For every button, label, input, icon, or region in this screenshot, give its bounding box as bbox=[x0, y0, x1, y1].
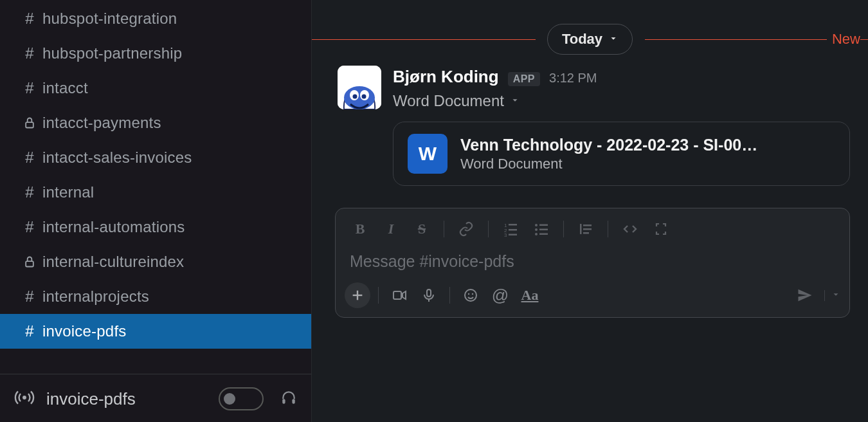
svg-text:3: 3 bbox=[504, 232, 507, 237]
message-body: Bjørn Koding APP 3:12 PM Word Document W… bbox=[393, 66, 850, 186]
svg-point-9 bbox=[353, 95, 357, 99]
microphone-button[interactable] bbox=[416, 284, 442, 307]
composer-action-row: @ Aa bbox=[336, 277, 849, 317]
svg-point-2 bbox=[23, 396, 26, 399]
channel-intacct-payments[interactable]: intacct-payments bbox=[0, 106, 311, 140]
hash-icon: # bbox=[17, 44, 42, 62]
caret-down-icon bbox=[511, 96, 520, 107]
hash-icon: # bbox=[17, 149, 42, 167]
svg-rect-26 bbox=[583, 232, 589, 234]
code-button[interactable] bbox=[617, 217, 643, 241]
date-divider: Today New bbox=[312, 21, 868, 58]
channel-label: internalprojects bbox=[42, 288, 149, 306]
svg-rect-20 bbox=[539, 229, 548, 231]
channel-label: intacct-payments bbox=[42, 114, 161, 132]
message-header: Bjørn Koding APP 3:12 PM bbox=[393, 67, 850, 87]
channel-internalprojects[interactable]: # internalprojects bbox=[0, 279, 311, 314]
blockquote-button[interactable] bbox=[573, 217, 599, 241]
bold-button[interactable]: B bbox=[347, 217, 373, 241]
message-composer: B I S 123 bbox=[335, 208, 850, 318]
svg-rect-16 bbox=[509, 234, 517, 236]
separator bbox=[378, 287, 379, 304]
format-toggle-button[interactable]: Aa bbox=[517, 284, 543, 307]
hash-icon: # bbox=[17, 79, 42, 97]
svg-marker-30 bbox=[402, 291, 406, 299]
svg-rect-12 bbox=[509, 224, 517, 226]
svg-rect-25 bbox=[583, 228, 592, 230]
mention-button[interactable]: @ bbox=[487, 284, 513, 307]
svg-rect-1 bbox=[26, 261, 33, 266]
svg-rect-22 bbox=[539, 234, 548, 235]
channel-label: internal-automations bbox=[42, 218, 185, 236]
channel-label: hubspot-integration bbox=[42, 10, 177, 28]
chevron-down-icon bbox=[609, 34, 618, 45]
bullet-list-button[interactable] bbox=[529, 217, 554, 241]
svg-rect-23 bbox=[580, 224, 582, 234]
separator bbox=[488, 221, 489, 237]
channel-invoice-pdfs[interactable]: # invoice-pdfs bbox=[0, 314, 311, 349]
message-author[interactable]: Bjørn Koding bbox=[393, 67, 499, 87]
hash-icon: # bbox=[17, 322, 42, 340]
hash-icon: # bbox=[17, 288, 42, 306]
new-messages-label: New bbox=[827, 31, 860, 48]
huddle-toggle[interactable] bbox=[219, 387, 264, 410]
attachment-type-label: Word Document bbox=[393, 92, 504, 110]
message: Bjørn Koding APP 3:12 PM Word Document W… bbox=[312, 58, 868, 186]
svg-rect-31 bbox=[427, 289, 431, 297]
channel-internal[interactable]: # internal bbox=[0, 175, 311, 210]
channel-hubspot-partnership[interactable]: # hubspot-partnership bbox=[0, 36, 311, 71]
sidebar: # hubspot-integration # hubspot-partners… bbox=[0, 0, 312, 422]
hash-icon: # bbox=[17, 183, 42, 201]
hash-icon: # bbox=[17, 10, 42, 28]
message-timestamp: 3:12 PM bbox=[549, 71, 597, 86]
headphones-icon[interactable] bbox=[280, 389, 297, 408]
separator bbox=[449, 287, 450, 304]
svg-rect-18 bbox=[539, 225, 548, 226]
file-type: Word Document bbox=[460, 156, 757, 172]
channel-intacct[interactable]: # intacct bbox=[0, 71, 311, 106]
svg-point-35 bbox=[472, 293, 473, 295]
strikethrough-button[interactable]: S bbox=[409, 217, 435, 241]
divider-line bbox=[312, 39, 536, 40]
channel-label: internal-cultureindex bbox=[42, 253, 184, 271]
channel-internal-cultureindex[interactable]: internal-cultureindex bbox=[0, 244, 311, 279]
send-group bbox=[792, 284, 840, 307]
link-button[interactable] bbox=[453, 217, 479, 241]
codeblock-button[interactable] bbox=[648, 217, 674, 241]
svg-rect-14 bbox=[509, 229, 517, 231]
message-input[interactable] bbox=[350, 252, 835, 271]
ordered-list-button[interactable]: 123 bbox=[498, 217, 523, 241]
format-toolbar: B I S 123 bbox=[336, 208, 849, 246]
emoji-button[interactable] bbox=[458, 284, 484, 307]
avatar[interactable] bbox=[338, 66, 381, 109]
hash-icon: # bbox=[17, 218, 42, 236]
svg-rect-29 bbox=[393, 291, 401, 299]
channel-label: intacct bbox=[42, 79, 88, 97]
svg-rect-4 bbox=[292, 399, 294, 404]
svg-point-6 bbox=[344, 86, 375, 109]
channel-hubspot-integration[interactable]: # hubspot-integration bbox=[0, 1, 311, 36]
file-meta: Venn Technology - 2022-02-23 - SI-00… Wo… bbox=[460, 136, 757, 172]
file-name: Venn Technology - 2022-02-23 - SI-00… bbox=[460, 136, 757, 154]
word-file-icon: W bbox=[408, 134, 448, 174]
date-pill[interactable]: Today bbox=[547, 24, 633, 55]
svg-point-34 bbox=[468, 293, 469, 295]
svg-point-21 bbox=[535, 233, 538, 235]
attach-button[interactable] bbox=[345, 282, 370, 308]
channel-label: intacct-sales-invoices bbox=[42, 149, 192, 167]
send-button[interactable] bbox=[792, 284, 818, 307]
video-button[interactable] bbox=[386, 284, 412, 307]
svg-rect-0 bbox=[26, 122, 33, 127]
antenna-icon bbox=[14, 387, 35, 410]
send-options-button[interactable] bbox=[824, 290, 840, 301]
channel-intacct-sales-invoices[interactable]: # intacct-sales-invoices bbox=[0, 140, 311, 175]
italic-button[interactable]: I bbox=[378, 217, 404, 241]
file-attachment[interactable]: W Venn Technology - 2022-02-23 - SI-00… … bbox=[393, 122, 850, 186]
composer-input-wrapper bbox=[336, 246, 849, 277]
svg-point-33 bbox=[465, 289, 476, 301]
app-badge: APP bbox=[508, 72, 540, 86]
channel-internal-automations[interactable]: # internal-automations bbox=[0, 210, 311, 244]
main-pane: Today New Bjørn Koding APP 3: bbox=[312, 0, 868, 422]
channel-list: # hubspot-integration # hubspot-partners… bbox=[0, 0, 311, 369]
attachment-type-toggle[interactable]: Word Document bbox=[393, 92, 850, 110]
